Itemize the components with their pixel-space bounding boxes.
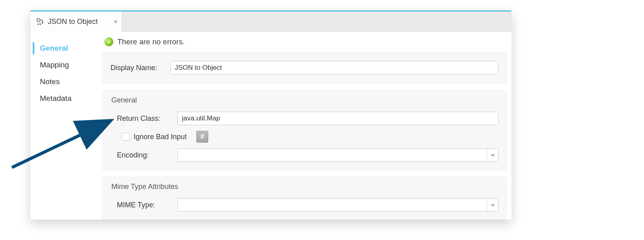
panel-body: General Mapping Notes Metadata There are… — [30, 32, 512, 220]
mime-type-label: MIME Type: — [111, 201, 174, 209]
svg-point-3 — [38, 23, 39, 25]
tab-json-to-object[interactable]: JSON to Object × — [30, 12, 122, 32]
close-icon[interactable]: × — [113, 18, 118, 25]
sidebar-item-label: Notes — [40, 77, 60, 86]
encoding-row: Encoding: — [109, 146, 500, 164]
general-section: General Return Class: Ignore Bad Input #… — [102, 90, 507, 170]
main-content: There are no errors. Display Name: Gener… — [102, 32, 512, 220]
display-name-section: Display Name: — [102, 52, 507, 84]
general-section-title: General — [109, 96, 500, 104]
chevron-down-icon — [487, 149, 498, 161]
check-icon — [105, 37, 113, 46]
sidebar-item-label: Metadata — [40, 94, 71, 102]
svg-point-4 — [40, 23, 41, 25]
sidebar-item-general[interactable]: General — [30, 40, 102, 57]
svg-rect-2 — [37, 18, 40, 21]
mime-section: Mime Type Attributes MIME Type: — [102, 177, 507, 220]
encoding-label: Encoding: — [111, 151, 174, 159]
ignore-bad-input-row: Ignore Bad Input # — [109, 128, 500, 146]
tabstrip: JSON to Object × — [30, 10, 512, 32]
svg-marker-5 — [41, 22, 44, 24]
status-row: There are no errors. — [102, 35, 507, 52]
return-class-input[interactable] — [178, 112, 498, 125]
display-name-row: Display Name: — [109, 59, 500, 77]
ignore-bad-input-checkbox[interactable] — [122, 133, 130, 141]
config-panel: JSON to Object × General Mapping Notes M… — [30, 10, 512, 220]
tab-label: JSON to Object — [48, 18, 98, 26]
expression-button[interactable]: # — [196, 131, 208, 143]
mime-type-select[interactable] — [178, 198, 498, 212]
ignore-bad-input-label: Ignore Bad Input — [134, 133, 187, 141]
mime-type-row: MIME Type: — [109, 196, 500, 214]
return-class-row: Return Class: — [109, 109, 500, 128]
display-name-label: Display Name: — [111, 64, 166, 72]
sidebar-item-notes[interactable]: Notes — [30, 73, 102, 90]
sidebar-item-label: General — [40, 44, 68, 52]
sidebar-item-metadata[interactable]: Metadata — [30, 90, 102, 107]
sidebar-item-label: Mapping — [40, 61, 69, 69]
display-name-input[interactable] — [170, 61, 498, 75]
chevron-down-icon — [487, 199, 498, 211]
sidebar: General Mapping Notes Metadata — [30, 32, 102, 220]
status-message: There are no errors. — [117, 37, 185, 46]
return-class-label: Return Class: — [111, 114, 174, 123]
mime-section-title: Mime Type Attributes — [109, 183, 500, 191]
encoding-select[interactable] — [178, 148, 498, 162]
transform-icon — [36, 18, 45, 26]
sidebar-item-mapping[interactable]: Mapping — [30, 57, 102, 73]
